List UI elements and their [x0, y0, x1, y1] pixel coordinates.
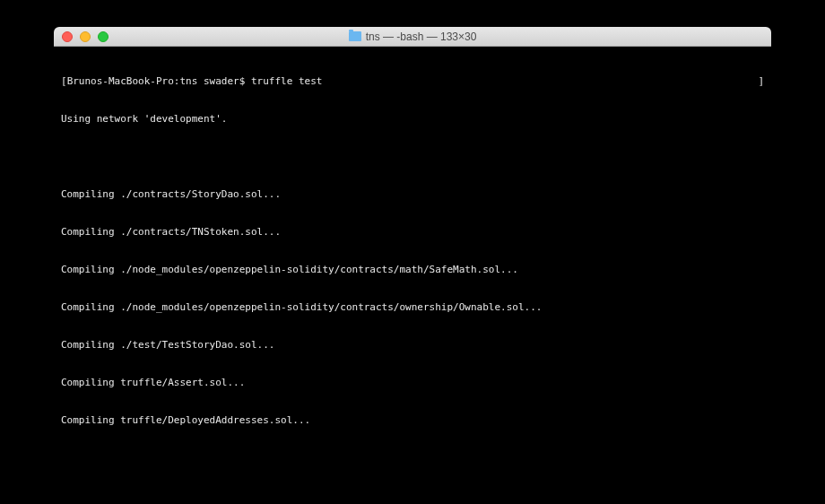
prompt-line-1: [Brunos-MacBook-Pro:tns swader$ truffle … — [61, 75, 764, 88]
network-line: Using network 'development'. — [61, 113, 764, 126]
compile-line: Compiling ./contracts/TNStoken.sol... — [61, 226, 764, 239]
terminal-body[interactable]: [Brunos-MacBook-Pro:tns swader$ truffle … — [54, 47, 771, 504]
compile-line: Compiling truffle/DeployedAddresses.sol.… — [61, 414, 764, 427]
zoom-icon[interactable] — [98, 31, 109, 42]
compile-line: Compiling truffle/Assert.sol... — [61, 377, 764, 389]
bracket-left: [ — [61, 75, 67, 87]
terminal-window: tns — -bash — 133×30 [Brunos-MacBook-Pro… — [54, 27, 771, 504]
window-title: tns — -bash — 133×30 — [54, 30, 771, 43]
compile-line: Compiling ./contracts/StoryDao.sol... — [61, 188, 764, 201]
compile-line: Compiling ./node_modules/openzeppelin-so… — [61, 301, 764, 314]
folder-icon — [349, 31, 361, 41]
titlebar[interactable]: tns — -bash — 133×30 — [54, 27, 771, 47]
bracket-right: ] — [758, 75, 764, 88]
prompt-command: Brunos-MacBook-Pro:tns swader$ truffle t… — [67, 75, 323, 87]
traffic-lights — [54, 31, 109, 42]
compile-line: Compiling ./test/TestStoryDao.sol... — [61, 339, 764, 352]
window-title-text: tns — -bash — 133×30 — [366, 30, 477, 43]
minimize-icon[interactable] — [80, 31, 91, 42]
compile-line: Compiling ./node_modules/openzeppelin-so… — [61, 264, 764, 276]
close-icon[interactable] — [62, 31, 73, 42]
